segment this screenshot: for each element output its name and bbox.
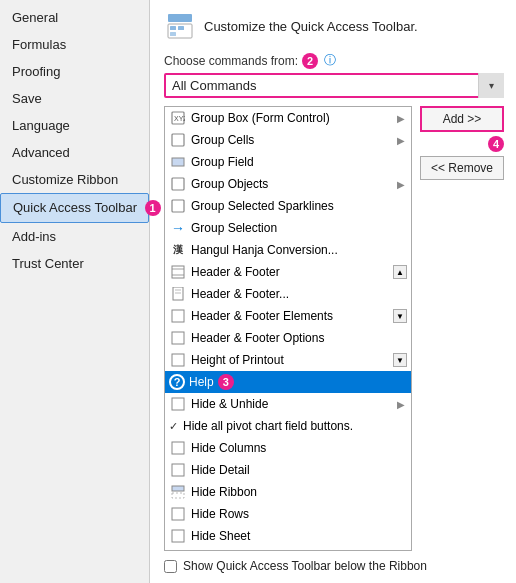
- svg-rect-7: [172, 134, 184, 146]
- svg-rect-26: [172, 530, 184, 542]
- sidebar-item-formulas[interactable]: Formulas: [0, 31, 149, 58]
- sidebar-item-general[interactable]: General: [0, 4, 149, 31]
- scroll-up-btn[interactable]: ▲: [393, 265, 407, 279]
- list-item[interactable]: Hide & Unhide ▶: [165, 393, 411, 415]
- list-item[interactable]: Hide Detail: [165, 459, 411, 481]
- hide-detail-icon: [169, 461, 187, 479]
- header-footer-elements-icon: [169, 307, 187, 325]
- cmd-text: Header & Footer Options: [191, 331, 324, 345]
- svg-rect-11: [172, 266, 184, 278]
- list-item[interactable]: Group Objects ▶: [165, 173, 411, 195]
- sidebar-label-trust-center: Trust Center: [12, 256, 84, 271]
- svg-text:XYZ: XYZ: [174, 115, 185, 122]
- cmd-text: Hangul Hanja Conversion...: [191, 243, 338, 257]
- group-selection-icon: →: [169, 219, 187, 237]
- group-sparklines-icon: [169, 197, 187, 215]
- header-footer-doc-icon: [169, 285, 187, 303]
- list-item[interactable]: ✓ Hide all pivot chart field buttons.: [165, 415, 411, 437]
- list-item[interactable]: → Group Selection: [165, 217, 411, 239]
- dropdown-wrapper: All Commands ▾: [164, 73, 504, 98]
- group-box-icon: XYZ: [169, 109, 187, 127]
- list-item[interactable]: XYZ Group Box (Form Control) ▶: [165, 107, 411, 129]
- scroll-mid-btn[interactable]: ▼: [393, 309, 407, 323]
- svg-rect-22: [172, 464, 184, 476]
- list-item[interactable]: Group Selected Sparklines: [165, 195, 411, 217]
- sidebar: General Formulas Proofing Save Language …: [0, 0, 150, 583]
- sidebar-item-proofing[interactable]: Proofing: [0, 58, 149, 85]
- svg-rect-0: [168, 14, 192, 22]
- list-item[interactable]: Header & Footer ▲: [165, 261, 411, 283]
- list-item-help[interactable]: ? Help 3: [165, 371, 411, 393]
- list-item[interactable]: Height of Printout ▼: [165, 349, 411, 371]
- show-toolbar-label: Show Quick Access Toolbar below the Ribb…: [183, 559, 427, 573]
- sidebar-item-customize-ribbon[interactable]: Customize Ribbon: [0, 166, 149, 193]
- page-title: Customize the Quick Access Toolbar.: [204, 19, 418, 34]
- list-item[interactable]: Hide Rows: [165, 503, 411, 525]
- svg-rect-14: [173, 287, 183, 300]
- svg-rect-24: [172, 493, 184, 498]
- cmd-text: Group Cells: [191, 133, 254, 147]
- cmd-text: Group Objects: [191, 177, 268, 191]
- sidebar-item-advanced[interactable]: Advanced: [0, 139, 149, 166]
- cmd-text: Header & Footer Elements: [191, 309, 333, 323]
- cmd-text: Hide & Unhide: [191, 397, 268, 411]
- commands-list[interactable]: XYZ Group Box (Form Control) ▶ Group Cel…: [164, 106, 412, 551]
- sidebar-label-addins: Add-ins: [12, 229, 56, 244]
- list-item[interactable]: Hide Sheet: [165, 525, 411, 547]
- right-buttons: Add >> 4 << Remove: [420, 106, 504, 551]
- cmd-text: Hide Rows: [191, 507, 249, 521]
- height-printout-icon: [169, 351, 187, 369]
- sidebar-item-save[interactable]: Save: [0, 85, 149, 112]
- list-item[interactable]: Group Field: [165, 151, 411, 173]
- list-item[interactable]: 漢 Hangul Hanja Conversion...: [165, 239, 411, 261]
- commands-dropdown[interactable]: All Commands: [164, 73, 504, 98]
- sidebar-item-addins[interactable]: Add-ins: [0, 223, 149, 250]
- scroll-bottom-btn[interactable]: ▼: [393, 353, 407, 367]
- sidebar-label-customize-ribbon: Customize Ribbon: [12, 172, 118, 187]
- cmd-text: Hide Columns: [191, 441, 266, 455]
- list-item[interactable]: Header & Footer Elements ▼: [165, 305, 411, 327]
- sidebar-label-formulas: Formulas: [12, 37, 66, 52]
- svg-rect-25: [172, 508, 184, 520]
- help-icon: ?: [169, 374, 185, 390]
- remove-button[interactable]: << Remove: [420, 156, 504, 180]
- header-footer-icon: [169, 263, 187, 281]
- commands-from-label: Choose commands from:: [164, 54, 298, 68]
- list-item[interactable]: Group Cells ▶: [165, 129, 411, 151]
- sidebar-label-quick-access: Quick Access Toolbar: [13, 200, 137, 215]
- dropdown-row: All Commands ▾: [164, 73, 504, 98]
- cmd-text: Group Selection: [191, 221, 277, 235]
- badge-3: 3: [218, 374, 234, 390]
- hide-window-icon: [169, 549, 187, 551]
- list-item[interactable]: Hide Columns: [165, 437, 411, 459]
- toolbar-icon: [164, 10, 196, 42]
- group-objects-icon: [169, 175, 187, 193]
- group-field-icon: [169, 153, 187, 171]
- main-content: Customize the Quick Access Toolbar. Choo…: [150, 0, 516, 583]
- list-item[interactable]: Header & Footer...: [165, 283, 411, 305]
- show-toolbar-checkbox[interactable]: [164, 560, 177, 573]
- list-item[interactable]: Hide Ribbon: [165, 481, 411, 503]
- sidebar-item-trust-center[interactable]: Trust Center: [0, 250, 149, 277]
- svg-rect-10: [172, 200, 184, 212]
- sidebar-item-language[interactable]: Language: [0, 112, 149, 139]
- svg-rect-21: [172, 442, 184, 454]
- section-label: Choose commands from: 2 ⓘ: [164, 52, 504, 69]
- cmd-text: Header & Footer...: [191, 287, 289, 301]
- list-item[interactable]: Header & Footer Options: [165, 327, 411, 349]
- cmd-text: Height of Printout: [191, 353, 284, 367]
- hide-ribbon-icon: [169, 483, 187, 501]
- svg-rect-8: [172, 158, 184, 166]
- hangul-icon: 漢: [169, 241, 187, 259]
- svg-rect-3: [178, 26, 184, 30]
- svg-rect-19: [172, 354, 184, 366]
- list-item[interactable]: Hide Window: [165, 547, 411, 551]
- add-button[interactable]: Add >>: [420, 106, 504, 132]
- svg-rect-18: [172, 332, 184, 344]
- submenu-arrow: ▶: [397, 113, 407, 124]
- sidebar-item-quick-access[interactable]: Quick Access Toolbar 1: [0, 193, 149, 223]
- info-icon: ⓘ: [324, 52, 336, 69]
- sidebar-label-save: Save: [12, 91, 42, 106]
- cmd-text: Group Box (Form Control): [191, 111, 330, 125]
- header-footer-options-icon: [169, 329, 187, 347]
